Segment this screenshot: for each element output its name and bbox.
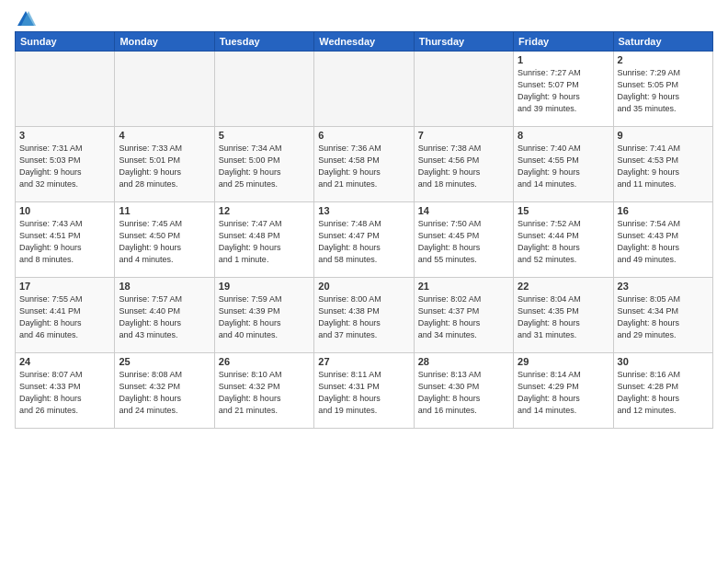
- calendar-cell: [16, 52, 115, 127]
- day-number: 28: [418, 356, 509, 367]
- calendar-cell: 3Sunrise: 7:31 AM Sunset: 5:03 PM Daylig…: [16, 127, 115, 202]
- calendar-cell: 29Sunrise: 8:14 AM Sunset: 4:29 PM Dayli…: [514, 353, 613, 429]
- week-row-4: 17Sunrise: 7:55 AM Sunset: 4:41 PM Dayli…: [16, 278, 713, 353]
- calendar-cell: [314, 52, 414, 127]
- day-number: 2: [618, 54, 709, 65]
- day-info: Sunrise: 8:04 AM Sunset: 4:35 PM Dayligh…: [518, 293, 609, 341]
- calendar-cell: 10Sunrise: 7:43 AM Sunset: 4:51 PM Dayli…: [16, 202, 115, 278]
- calendar-cell: 14Sunrise: 7:50 AM Sunset: 4:45 PM Dayli…: [414, 202, 513, 278]
- week-row-5: 24Sunrise: 8:07 AM Sunset: 4:33 PM Dayli…: [16, 353, 713, 429]
- day-info: Sunrise: 7:48 AM Sunset: 4:47 PM Dayligh…: [318, 218, 409, 266]
- calendar-cell: 15Sunrise: 7:52 AM Sunset: 4:44 PM Dayli…: [514, 202, 613, 278]
- day-number: 30: [618, 356, 709, 367]
- calendar-cell: 9Sunrise: 7:41 AM Sunset: 4:53 PM Daylig…: [613, 127, 712, 202]
- day-info: Sunrise: 7:57 AM Sunset: 4:40 PM Dayligh…: [119, 293, 210, 341]
- calendar-cell: 13Sunrise: 7:48 AM Sunset: 4:47 PM Dayli…: [314, 202, 414, 278]
- day-info: Sunrise: 8:08 AM Sunset: 4:32 PM Dayligh…: [119, 369, 210, 417]
- calendar-cell: 16Sunrise: 7:54 AM Sunset: 4:43 PM Dayli…: [613, 202, 712, 278]
- day-info: Sunrise: 8:10 AM Sunset: 4:32 PM Dayligh…: [219, 369, 310, 417]
- col-header-sunday: Sunday: [16, 32, 115, 52]
- day-number: 19: [219, 281, 310, 292]
- day-number: 14: [418, 205, 509, 216]
- calendar-cell: 5Sunrise: 7:34 AM Sunset: 5:00 PM Daylig…: [214, 127, 313, 202]
- day-number: 8: [518, 130, 609, 141]
- col-header-thursday: Thursday: [414, 32, 513, 52]
- day-number: 20: [318, 281, 409, 292]
- page: SundayMondayTuesdayWednesdayThursdayFrid…: [0, 0, 728, 436]
- day-info: Sunrise: 7:36 AM Sunset: 4:58 PM Dayligh…: [318, 143, 409, 190]
- day-info: Sunrise: 8:13 AM Sunset: 4:30 PM Dayligh…: [418, 369, 509, 417]
- calendar-cell: 22Sunrise: 8:04 AM Sunset: 4:35 PM Dayli…: [514, 278, 613, 353]
- day-info: Sunrise: 8:07 AM Sunset: 4:33 PM Dayligh…: [19, 369, 110, 417]
- day-info: Sunrise: 7:47 AM Sunset: 4:48 PM Dayligh…: [219, 218, 310, 266]
- day-number: 13: [318, 205, 409, 216]
- day-info: Sunrise: 7:31 AM Sunset: 5:03 PM Dayligh…: [19, 143, 110, 190]
- day-number: 26: [219, 356, 310, 367]
- day-number: 12: [219, 205, 310, 216]
- calendar-cell: [115, 52, 214, 127]
- day-info: Sunrise: 7:27 AM Sunset: 5:07 PM Dayligh…: [518, 67, 609, 115]
- calendar-cell: 19Sunrise: 7:59 AM Sunset: 4:39 PM Dayli…: [214, 278, 313, 353]
- day-number: 25: [119, 356, 210, 367]
- day-info: Sunrise: 7:34 AM Sunset: 5:00 PM Dayligh…: [219, 143, 310, 190]
- day-number: 5: [219, 130, 310, 141]
- calendar-cell: 12Sunrise: 7:47 AM Sunset: 4:48 PM Dayli…: [214, 202, 313, 278]
- day-number: 23: [618, 281, 709, 292]
- col-header-saturday: Saturday: [613, 32, 712, 52]
- day-info: Sunrise: 8:14 AM Sunset: 4:29 PM Dayligh…: [518, 369, 609, 417]
- day-info: Sunrise: 7:38 AM Sunset: 4:56 PM Dayligh…: [418, 143, 509, 190]
- day-number: 21: [418, 281, 509, 292]
- day-info: Sunrise: 7:50 AM Sunset: 4:45 PM Dayligh…: [418, 218, 509, 266]
- day-number: 15: [518, 205, 609, 216]
- calendar-table: SundayMondayTuesdayWednesdayThursdayFrid…: [15, 31, 713, 429]
- calendar-cell: 1Sunrise: 7:27 AM Sunset: 5:07 PM Daylig…: [514, 52, 613, 127]
- calendar-cell: 20Sunrise: 8:00 AM Sunset: 4:38 PM Dayli…: [314, 278, 414, 353]
- day-info: Sunrise: 7:33 AM Sunset: 5:01 PM Dayligh…: [119, 143, 210, 190]
- day-number: 17: [19, 281, 110, 292]
- day-info: Sunrise: 8:00 AM Sunset: 4:38 PM Dayligh…: [318, 293, 409, 341]
- calendar-cell: 26Sunrise: 8:10 AM Sunset: 4:32 PM Dayli…: [214, 353, 313, 429]
- day-info: Sunrise: 7:40 AM Sunset: 4:55 PM Dayligh…: [518, 143, 609, 190]
- day-info: Sunrise: 8:05 AM Sunset: 4:34 PM Dayligh…: [618, 293, 709, 341]
- day-number: 6: [318, 130, 409, 141]
- day-info: Sunrise: 8:11 AM Sunset: 4:31 PM Dayligh…: [318, 369, 409, 417]
- week-row-2: 3Sunrise: 7:31 AM Sunset: 5:03 PM Daylig…: [16, 127, 713, 202]
- calendar-cell: 17Sunrise: 7:55 AM Sunset: 4:41 PM Dayli…: [16, 278, 115, 353]
- day-number: 9: [618, 130, 709, 141]
- day-info: Sunrise: 7:29 AM Sunset: 5:05 PM Dayligh…: [618, 67, 709, 115]
- col-header-wednesday: Wednesday: [314, 32, 414, 52]
- day-info: Sunrise: 8:16 AM Sunset: 4:28 PM Dayligh…: [618, 369, 709, 417]
- calendar-cell: 28Sunrise: 8:13 AM Sunset: 4:30 PM Dayli…: [414, 353, 513, 429]
- day-number: 18: [119, 281, 210, 292]
- col-header-tuesday: Tuesday: [214, 32, 313, 52]
- calendar-cell: 18Sunrise: 7:57 AM Sunset: 4:40 PM Dayli…: [115, 278, 214, 353]
- day-number: 29: [518, 356, 609, 367]
- calendar-cell: 4Sunrise: 7:33 AM Sunset: 5:01 PM Daylig…: [115, 127, 214, 202]
- calendar-cell: [414, 52, 513, 127]
- day-info: Sunrise: 7:55 AM Sunset: 4:41 PM Dayligh…: [19, 293, 110, 341]
- col-header-friday: Friday: [514, 32, 613, 52]
- day-number: 24: [19, 356, 110, 367]
- calendar-cell: 8Sunrise: 7:40 AM Sunset: 4:55 PM Daylig…: [514, 127, 613, 202]
- day-info: Sunrise: 7:59 AM Sunset: 4:39 PM Dayligh…: [219, 293, 310, 341]
- calendar-cell: 25Sunrise: 8:08 AM Sunset: 4:32 PM Dayli…: [115, 353, 214, 429]
- day-number: 27: [318, 356, 409, 367]
- calendar-cell: [214, 52, 313, 127]
- day-info: Sunrise: 7:52 AM Sunset: 4:44 PM Dayligh…: [518, 218, 609, 266]
- col-header-monday: Monday: [115, 32, 214, 52]
- day-number: 1: [518, 54, 609, 65]
- calendar-cell: 2Sunrise: 7:29 AM Sunset: 5:05 PM Daylig…: [613, 52, 712, 127]
- day-number: 16: [618, 205, 709, 216]
- calendar-cell: 23Sunrise: 8:05 AM Sunset: 4:34 PM Dayli…: [613, 278, 712, 353]
- calendar-cell: 27Sunrise: 8:11 AM Sunset: 4:31 PM Dayli…: [314, 353, 414, 429]
- calendar-cell: 24Sunrise: 8:07 AM Sunset: 4:33 PM Dayli…: [16, 353, 115, 429]
- calendar-cell: 7Sunrise: 7:38 AM Sunset: 4:56 PM Daylig…: [414, 127, 513, 202]
- logo-icon: [16, 9, 36, 29]
- day-number: 22: [518, 281, 609, 292]
- day-number: 7: [418, 130, 509, 141]
- calendar-cell: 11Sunrise: 7:45 AM Sunset: 4:50 PM Dayli…: [115, 202, 214, 278]
- day-info: Sunrise: 7:41 AM Sunset: 4:53 PM Dayligh…: [618, 143, 709, 190]
- day-info: Sunrise: 7:45 AM Sunset: 4:50 PM Dayligh…: [119, 218, 210, 266]
- calendar-header-row: SundayMondayTuesdayWednesdayThursdayFrid…: [16, 32, 713, 52]
- header: [15, 11, 713, 26]
